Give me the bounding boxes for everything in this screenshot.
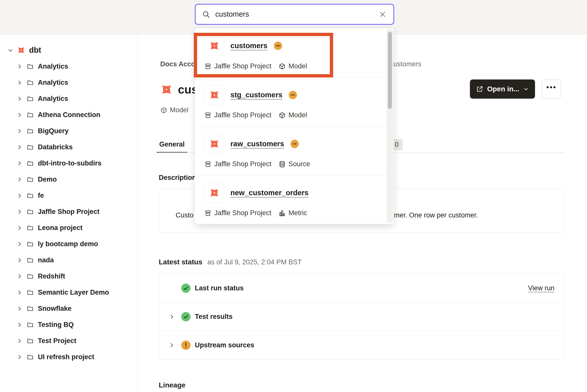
sidebar-item-testing-bq[interactable]: Testing BQ	[0, 317, 138, 333]
dbt-logo-icon	[208, 89, 220, 101]
sidebar-item-label: Analytics	[38, 63, 68, 70]
sidebar-item-dbt-root[interactable]: dbt	[0, 42, 138, 58]
sidebar-item-label: Testing BQ	[38, 321, 74, 329]
result-header: stg_customers	[204, 85, 382, 105]
latest-status-heading: Latest status	[159, 258, 202, 266]
description-text: mer. One row per customer.	[394, 211, 478, 219]
chevron-right-icon	[17, 128, 22, 134]
sidebar-item-analytics[interactable]: Analytics	[0, 91, 138, 107]
status-row-label: Last run status	[195, 284, 244, 292]
folder-icon	[27, 241, 34, 247]
result-type-group: Metric	[279, 209, 307, 217]
result-type-group: Source	[279, 160, 310, 168]
search-input[interactable]	[215, 10, 378, 18]
project-archive-icon	[204, 112, 211, 119]
result-header: new_customer_orders	[204, 183, 382, 203]
result-project-label: Jaffle Shop Project	[214, 111, 271, 119]
sidebar-item-databricks[interactable]: Databricks	[0, 139, 138, 155]
more-actions-button[interactable]: •••	[542, 79, 561, 99]
sidebar-item-label: dbt-intro-to-subdirs	[38, 159, 101, 167]
folder-icon	[27, 79, 34, 86]
search-result-item[interactable]: customers Jaffle Shop Project Model	[195, 28, 387, 77]
chevron-right-icon	[17, 354, 22, 360]
tab-general[interactable]: General	[157, 137, 187, 153]
dbt-logo-icon	[17, 46, 26, 55]
sidebar-item-semantic-layer-demo[interactable]: Semantic Layer Demo	[0, 284, 138, 300]
dropdown-scrollbar[interactable]	[387, 29, 393, 223]
tab-general-label: General	[159, 141, 185, 148]
sidebar-item-ui-refresh-project[interactable]: UI refresh project	[0, 349, 138, 365]
sidebar-item-dbt-intro-to-subdirs[interactable]: dbt-intro-to-subdirs	[0, 155, 138, 171]
description-heading: Description	[159, 174, 196, 182]
chevron-right-icon[interactable]	[169, 314, 175, 320]
sidebar-item-label: Test Project	[38, 337, 76, 345]
sidebar-item-fe[interactable]: fe	[0, 187, 138, 204]
chevron-right-icon	[17, 209, 22, 215]
app-root: dbt Analytics Analytics Analytics Athena…	[0, 0, 587, 392]
page-title-row: cus	[160, 82, 198, 97]
status-row[interactable]: Upstream sources	[159, 331, 565, 359]
sidebar-item-label: Redshift	[38, 272, 65, 280]
sidebar-item-bigquery[interactable]: BigQuery	[0, 123, 138, 139]
open-in-button[interactable]: Open in...	[470, 79, 535, 99]
warning-icon	[181, 341, 191, 350]
scrollbar-thumb[interactable]	[388, 32, 392, 109]
folder-icon	[27, 305, 34, 312]
view-run-link[interactable]: View run	[528, 284, 554, 292]
result-icon-tile	[204, 183, 224, 203]
search-result-item[interactable]: stg_customers Jaffle Shop Project Model	[195, 77, 387, 126]
dbt-logo-icon	[208, 40, 220, 52]
resource-type-label: Model	[170, 106, 189, 114]
result-name-link[interactable]: raw_customers	[230, 140, 284, 148]
result-icon-tile	[204, 36, 224, 56]
result-name-link[interactable]: new_customer_orders	[230, 189, 308, 197]
result-meta: Jaffle Shop Project Model	[204, 111, 382, 119]
sidebar-item-jaffle-shop-project[interactable]: Jaffle Shop Project	[0, 204, 138, 220]
search-result-item[interactable]: raw_customers Jaffle Shop Project Source	[195, 126, 387, 175]
folder-icon	[27, 354, 34, 360]
resource-meta-row: Model (	[160, 106, 197, 114]
close-icon[interactable]	[378, 10, 387, 19]
result-icon-tile	[204, 134, 224, 154]
database-icon	[279, 161, 286, 168]
sidebar-item-nada[interactable]: nada	[0, 252, 138, 268]
sidebar-item-athena-connection[interactable]: Athena Connection	[0, 107, 138, 123]
folder-icon	[27, 208, 34, 215]
sidebar-item-analytics[interactable]: Analytics	[0, 58, 138, 74]
sidebar-item-redshift[interactable]: Redshift	[0, 268, 138, 284]
search-result-item[interactable]: new_customer_orders Jaffle Shop Project …	[195, 175, 387, 224]
sidebar-item-analytics[interactable]: Analytics	[0, 74, 138, 91]
result-name-link[interactable]: customers	[230, 42, 268, 50]
chevron-right-icon[interactable]	[169, 342, 175, 348]
result-meta: Jaffle Shop Project Model	[204, 62, 382, 70]
sidebar-item-label: Leona project	[38, 224, 83, 232]
sidebar-item-snowflake[interactable]: Snowflake	[0, 300, 138, 317]
sidebar-item-label: Athena Connection	[38, 111, 100, 119]
result-type-label: Model	[288, 111, 307, 119]
status-row[interactable]: Test results	[159, 302, 565, 331]
result-meta: Jaffle Shop Project Source	[204, 160, 382, 168]
sidebar-item-ly-bootcamp-demo[interactable]: ly bootcamp demo	[0, 236, 138, 252]
project-archive-icon	[204, 63, 211, 70]
sidebar-item-label: UI refresh project	[38, 353, 94, 361]
status-row[interactable]: Last run status View run	[159, 274, 565, 302]
sidebar-item-label: Jaffle Shop Project	[38, 208, 100, 216]
folder-icon	[27, 289, 34, 296]
chevron-right-icon	[17, 177, 22, 182]
chevron-right-icon	[17, 273, 22, 279]
description-text: Custo	[176, 211, 194, 219]
sidebar-item-leona-project[interactable]: Leona project	[0, 220, 138, 236]
breadcrumb: Docs Acco	[160, 60, 195, 68]
folder-icon	[27, 273, 34, 280]
folder-icon	[27, 176, 34, 183]
search-icon	[202, 10, 210, 18]
cube-icon	[279, 112, 286, 119]
seal-badge-icon	[274, 41, 282, 50]
sidebar-item-label: Analytics	[38, 79, 68, 87]
sidebar-item-test-project[interactable]: Test Project	[0, 333, 138, 349]
sidebar-item-demo[interactable]: Demo	[0, 171, 138, 187]
chevron-right-icon	[17, 96, 22, 102]
folder-icon	[27, 144, 34, 151]
search-bar[interactable]	[195, 4, 394, 25]
result-name-link[interactable]: stg_customers	[230, 91, 282, 99]
